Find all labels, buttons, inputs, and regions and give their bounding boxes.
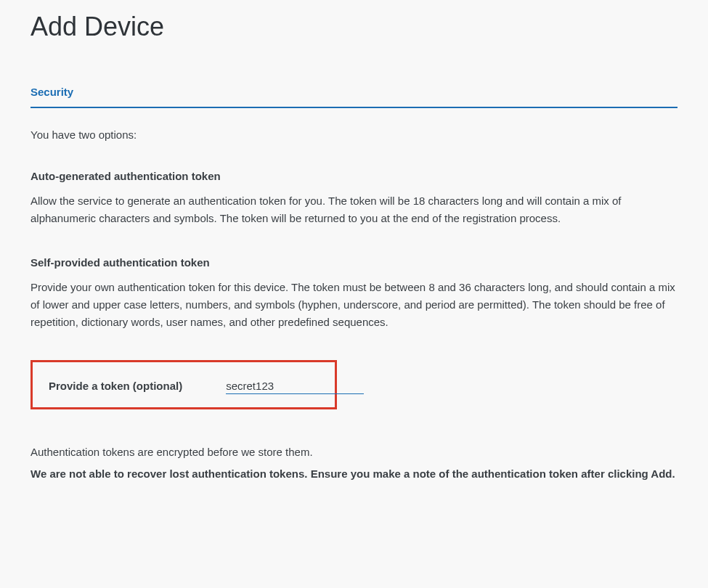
self-token-body: Provide your own authentication token fo…	[30, 279, 678, 331]
auto-token-heading: Auto-generated authentication token	[30, 170, 678, 182]
section-label-security: Security	[30, 86, 678, 107]
options-intro-text: You have two options:	[30, 128, 678, 141]
section-divider	[30, 107, 678, 108]
encryption-note: Authentication tokens are encrypted befo…	[30, 446, 678, 458]
warning-note: We are not able to recover lost authenti…	[30, 465, 678, 483]
token-input[interactable]	[226, 378, 364, 394]
page-title: Add Device	[30, 12, 678, 42]
token-field-highlight-box: Provide a token (optional)	[30, 360, 337, 409]
token-field-label: Provide a token (optional)	[49, 380, 182, 392]
auto-token-body: Allow the service to generate an authent…	[30, 192, 678, 227]
self-token-heading: Self-provided authentication token	[30, 256, 678, 269]
